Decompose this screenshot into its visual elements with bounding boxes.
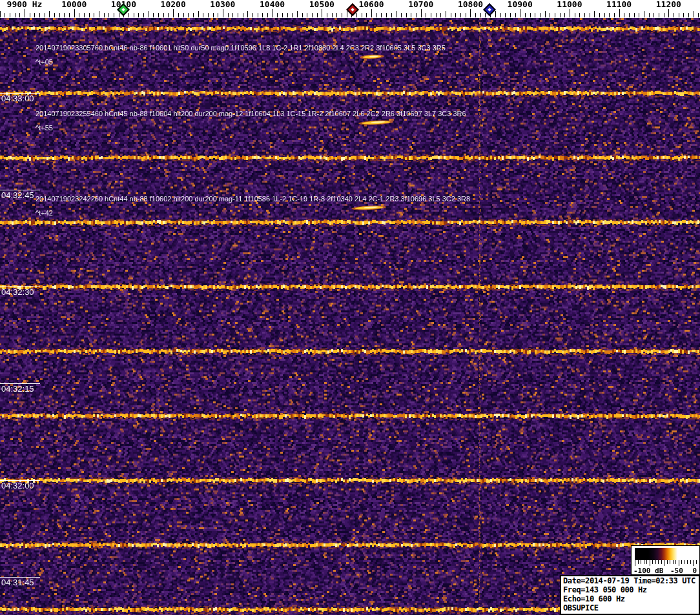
freq-tick-label: 11200: [656, 0, 681, 9]
time-tick-label: 04:32:30: [1, 287, 34, 297]
marker-center-pip: [488, 8, 492, 12]
time-tick-label: 04:33:00: [1, 94, 34, 103]
freq-tick-label: 10200: [161, 0, 186, 9]
colorbar-label-min: -100 dB: [633, 567, 663, 575]
time-tick-label: 04:31:45: [1, 578, 34, 587]
info-box: Date=2014-07-19 Time=02:33 UTC Freq=143 …: [560, 575, 700, 615]
marker-center-pip: [122, 8, 126, 12]
freq-tick-label: 10900: [508, 0, 533, 9]
time-tick-label: 04:32:45: [1, 190, 34, 200]
colorbar-labels: -100 dB -50 0: [633, 567, 698, 575]
freq-tick-label: 10400: [260, 0, 285, 9]
freq-tick-label: 10700: [408, 0, 433, 9]
event-time-offset-text: ^t+05: [36, 58, 53, 66]
colorbar-gradient: [635, 548, 697, 560]
colorbar-label-max: 0: [692, 567, 697, 575]
event-time-offset-text: ^t+42: [36, 209, 53, 217]
freq-tick-label: 10500: [309, 0, 335, 9]
colorbar-label-mid: -50: [670, 567, 683, 575]
event-detection-text: 20140719023255460 hCnt45 nb-88 f10604 hi…: [36, 110, 466, 118]
frequency-ruler: 9900 Hz100001010010200103001040010500106…: [0, 0, 700, 18]
spectrogram-canvas: [0, 18, 700, 615]
info-date-time: Date=2014-07-19 Time=02:33 UTC: [563, 576, 697, 585]
marker-center-pip: [351, 8, 355, 12]
time-tick-label: 04:32:15: [1, 384, 34, 394]
freq-tick-label: 9900 Hz: [7, 0, 43, 9]
freq-tick-label: 11000: [557, 0, 582, 9]
event-time-offset-text: ^t+55: [36, 124, 53, 132]
info-echo: Echo=10 600 Hz: [563, 594, 697, 603]
info-frequency: Freq=143 050 000 Hz: [563, 585, 697, 594]
meteor-waterfall-screen: 9900 Hz100001010010200103001040010500106…: [0, 0, 700, 615]
freq-tick-label: 10300: [210, 0, 235, 9]
colorbar: -100 dB -50 0: [631, 545, 700, 575]
freq-tick-label: 11100: [606, 0, 632, 9]
freq-tick-label: 10600: [358, 0, 384, 9]
event-detection-text: 20140719023242260 hCnt44 nb-88 f10602 hi…: [36, 195, 470, 203]
time-tick-label: 04:32:00: [1, 481, 34, 490]
freq-tick-label: 10000: [61, 0, 87, 9]
info-station: OBSUPICE: [563, 603, 697, 612]
event-detection-text: 20140719023305760 hCnt46 nb-86 f10601 hi…: [36, 44, 446, 52]
freq-tick-label: 10800: [458, 0, 483, 9]
